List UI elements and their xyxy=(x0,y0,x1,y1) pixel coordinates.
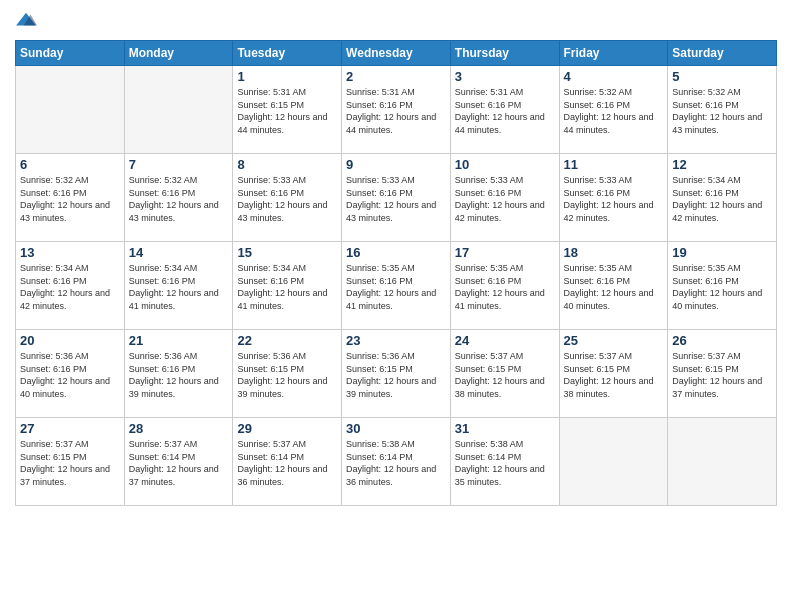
cell-details: Sunrise: 5:34 AMSunset: 6:16 PMDaylight:… xyxy=(672,174,772,224)
cell-details: Sunrise: 5:38 AMSunset: 6:14 PMDaylight:… xyxy=(346,438,446,488)
calendar-header-monday: Monday xyxy=(124,41,233,66)
calendar-cell: 3Sunrise: 5:31 AMSunset: 6:16 PMDaylight… xyxy=(450,66,559,154)
calendar-cell xyxy=(124,66,233,154)
cell-details: Sunrise: 5:37 AMSunset: 6:15 PMDaylight:… xyxy=(455,350,555,400)
day-number: 19 xyxy=(672,245,772,260)
cell-details: Sunrise: 5:35 AMSunset: 6:16 PMDaylight:… xyxy=(455,262,555,312)
day-number: 18 xyxy=(564,245,664,260)
calendar-cell: 15Sunrise: 5:34 AMSunset: 6:16 PMDayligh… xyxy=(233,242,342,330)
calendar-cell: 14Sunrise: 5:34 AMSunset: 6:16 PMDayligh… xyxy=(124,242,233,330)
calendar-cell: 19Sunrise: 5:35 AMSunset: 6:16 PMDayligh… xyxy=(668,242,777,330)
calendar-cell: 4Sunrise: 5:32 AMSunset: 6:16 PMDaylight… xyxy=(559,66,668,154)
cell-details: Sunrise: 5:35 AMSunset: 6:16 PMDaylight:… xyxy=(672,262,772,312)
cell-details: Sunrise: 5:33 AMSunset: 6:16 PMDaylight:… xyxy=(564,174,664,224)
calendar-cell: 30Sunrise: 5:38 AMSunset: 6:14 PMDayligh… xyxy=(342,418,451,506)
cell-details: Sunrise: 5:37 AMSunset: 6:14 PMDaylight:… xyxy=(237,438,337,488)
cell-details: Sunrise: 5:33 AMSunset: 6:16 PMDaylight:… xyxy=(346,174,446,224)
calendar-cell: 23Sunrise: 5:36 AMSunset: 6:15 PMDayligh… xyxy=(342,330,451,418)
day-number: 5 xyxy=(672,69,772,84)
logo xyxy=(15,10,39,32)
day-number: 24 xyxy=(455,333,555,348)
calendar-cell: 26Sunrise: 5:37 AMSunset: 6:15 PMDayligh… xyxy=(668,330,777,418)
day-number: 20 xyxy=(20,333,120,348)
day-number: 12 xyxy=(672,157,772,172)
calendar-cell: 10Sunrise: 5:33 AMSunset: 6:16 PMDayligh… xyxy=(450,154,559,242)
cell-details: Sunrise: 5:31 AMSunset: 6:16 PMDaylight:… xyxy=(455,86,555,136)
calendar-cell: 13Sunrise: 5:34 AMSunset: 6:16 PMDayligh… xyxy=(16,242,125,330)
cell-details: Sunrise: 5:32 AMSunset: 6:16 PMDaylight:… xyxy=(129,174,229,224)
calendar-cell: 17Sunrise: 5:35 AMSunset: 6:16 PMDayligh… xyxy=(450,242,559,330)
cell-details: Sunrise: 5:36 AMSunset: 6:16 PMDaylight:… xyxy=(129,350,229,400)
calendar-header-thursday: Thursday xyxy=(450,41,559,66)
calendar-cell: 6Sunrise: 5:32 AMSunset: 6:16 PMDaylight… xyxy=(16,154,125,242)
calendar-cell: 5Sunrise: 5:32 AMSunset: 6:16 PMDaylight… xyxy=(668,66,777,154)
day-number: 1 xyxy=(237,69,337,84)
calendar-header-wednesday: Wednesday xyxy=(342,41,451,66)
day-number: 30 xyxy=(346,421,446,436)
cell-details: Sunrise: 5:31 AMSunset: 6:15 PMDaylight:… xyxy=(237,86,337,136)
calendar-header-saturday: Saturday xyxy=(668,41,777,66)
day-number: 31 xyxy=(455,421,555,436)
cell-details: Sunrise: 5:31 AMSunset: 6:16 PMDaylight:… xyxy=(346,86,446,136)
cell-details: Sunrise: 5:33 AMSunset: 6:16 PMDaylight:… xyxy=(237,174,337,224)
cell-details: Sunrise: 5:37 AMSunset: 6:15 PMDaylight:… xyxy=(672,350,772,400)
day-number: 16 xyxy=(346,245,446,260)
day-number: 9 xyxy=(346,157,446,172)
calendar-cell: 25Sunrise: 5:37 AMSunset: 6:15 PMDayligh… xyxy=(559,330,668,418)
cell-details: Sunrise: 5:32 AMSunset: 6:16 PMDaylight:… xyxy=(672,86,772,136)
calendar: SundayMondayTuesdayWednesdayThursdayFrid… xyxy=(15,40,777,506)
cell-details: Sunrise: 5:34 AMSunset: 6:16 PMDaylight:… xyxy=(129,262,229,312)
day-number: 21 xyxy=(129,333,229,348)
cell-details: Sunrise: 5:34 AMSunset: 6:16 PMDaylight:… xyxy=(20,262,120,312)
cell-details: Sunrise: 5:32 AMSunset: 6:16 PMDaylight:… xyxy=(564,86,664,136)
day-number: 22 xyxy=(237,333,337,348)
cell-details: Sunrise: 5:37 AMSunset: 6:15 PMDaylight:… xyxy=(20,438,120,488)
cell-details: Sunrise: 5:36 AMSunset: 6:15 PMDaylight:… xyxy=(237,350,337,400)
calendar-header-tuesday: Tuesday xyxy=(233,41,342,66)
day-number: 11 xyxy=(564,157,664,172)
calendar-cell xyxy=(668,418,777,506)
day-number: 23 xyxy=(346,333,446,348)
cell-details: Sunrise: 5:37 AMSunset: 6:15 PMDaylight:… xyxy=(564,350,664,400)
calendar-cell xyxy=(559,418,668,506)
day-number: 6 xyxy=(20,157,120,172)
calendar-cell: 7Sunrise: 5:32 AMSunset: 6:16 PMDaylight… xyxy=(124,154,233,242)
day-number: 4 xyxy=(564,69,664,84)
calendar-cell: 11Sunrise: 5:33 AMSunset: 6:16 PMDayligh… xyxy=(559,154,668,242)
day-number: 7 xyxy=(129,157,229,172)
calendar-cell: 9Sunrise: 5:33 AMSunset: 6:16 PMDaylight… xyxy=(342,154,451,242)
calendar-cell: 22Sunrise: 5:36 AMSunset: 6:15 PMDayligh… xyxy=(233,330,342,418)
cell-details: Sunrise: 5:36 AMSunset: 6:15 PMDaylight:… xyxy=(346,350,446,400)
calendar-cell: 8Sunrise: 5:33 AMSunset: 6:16 PMDaylight… xyxy=(233,154,342,242)
calendar-cell: 18Sunrise: 5:35 AMSunset: 6:16 PMDayligh… xyxy=(559,242,668,330)
cell-details: Sunrise: 5:35 AMSunset: 6:16 PMDaylight:… xyxy=(564,262,664,312)
cell-details: Sunrise: 5:38 AMSunset: 6:14 PMDaylight:… xyxy=(455,438,555,488)
cell-details: Sunrise: 5:32 AMSunset: 6:16 PMDaylight:… xyxy=(20,174,120,224)
calendar-cell: 29Sunrise: 5:37 AMSunset: 6:14 PMDayligh… xyxy=(233,418,342,506)
calendar-cell: 16Sunrise: 5:35 AMSunset: 6:16 PMDayligh… xyxy=(342,242,451,330)
day-number: 8 xyxy=(237,157,337,172)
logo-icon xyxy=(15,10,37,32)
cell-details: Sunrise: 5:34 AMSunset: 6:16 PMDaylight:… xyxy=(237,262,337,312)
day-number: 14 xyxy=(129,245,229,260)
day-number: 29 xyxy=(237,421,337,436)
calendar-cell: 28Sunrise: 5:37 AMSunset: 6:14 PMDayligh… xyxy=(124,418,233,506)
day-number: 10 xyxy=(455,157,555,172)
cell-details: Sunrise: 5:36 AMSunset: 6:16 PMDaylight:… xyxy=(20,350,120,400)
calendar-cell: 20Sunrise: 5:36 AMSunset: 6:16 PMDayligh… xyxy=(16,330,125,418)
day-number: 28 xyxy=(129,421,229,436)
day-number: 25 xyxy=(564,333,664,348)
calendar-cell: 12Sunrise: 5:34 AMSunset: 6:16 PMDayligh… xyxy=(668,154,777,242)
day-number: 27 xyxy=(20,421,120,436)
calendar-cell: 31Sunrise: 5:38 AMSunset: 6:14 PMDayligh… xyxy=(450,418,559,506)
day-number: 17 xyxy=(455,245,555,260)
day-number: 13 xyxy=(20,245,120,260)
cell-details: Sunrise: 5:35 AMSunset: 6:16 PMDaylight:… xyxy=(346,262,446,312)
calendar-cell: 24Sunrise: 5:37 AMSunset: 6:15 PMDayligh… xyxy=(450,330,559,418)
calendar-header-sunday: Sunday xyxy=(16,41,125,66)
calendar-cell: 21Sunrise: 5:36 AMSunset: 6:16 PMDayligh… xyxy=(124,330,233,418)
cell-details: Sunrise: 5:33 AMSunset: 6:16 PMDaylight:… xyxy=(455,174,555,224)
day-number: 3 xyxy=(455,69,555,84)
calendar-cell: 27Sunrise: 5:37 AMSunset: 6:15 PMDayligh… xyxy=(16,418,125,506)
calendar-cell: 2Sunrise: 5:31 AMSunset: 6:16 PMDaylight… xyxy=(342,66,451,154)
